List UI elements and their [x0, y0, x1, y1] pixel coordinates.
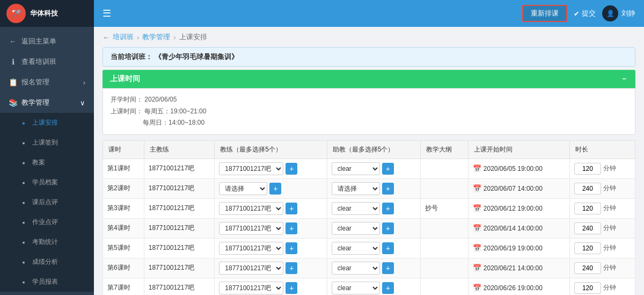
sidebar-item-label: 学员档案	[32, 178, 58, 187]
trainer-add-button[interactable]: +	[286, 203, 297, 214]
assistant-add-button[interactable]: +	[382, 163, 394, 175]
collapse-icon[interactable]: －	[620, 74, 628, 84]
sidebar-item-score[interactable]: ▪ 成绩分析	[0, 252, 94, 272]
assistant-add-button[interactable]: +	[382, 183, 394, 195]
submit-button[interactable]: ✔ 提交	[574, 9, 596, 18]
sidebar-item-teaching[interactable]: 📚 教学管理 ∨	[0, 92, 94, 113]
cell-trainer: 18771001217吧+	[215, 278, 327, 295]
col-duration: 时长	[569, 140, 635, 159]
trainer-add-button[interactable]: +	[286, 242, 297, 254]
calendar-icon[interactable]: 📅	[473, 284, 481, 292]
sidebar-item-schedule[interactable]: ▪ 上课安排	[0, 113, 94, 133]
cell-lesson: 第1课时	[103, 159, 144, 178]
duration-input[interactable]	[574, 203, 601, 214]
trainer-select[interactable]: 18771001217吧	[219, 262, 283, 275]
breadcrumb-training[interactable]: 培训班	[113, 32, 134, 42]
sidebar-menu: ← 返回主菜单 ℹ 查看培训班 📋 报名管理 › 📚 教学管理 ∨ ▪ 上课安排	[0, 27, 94, 295]
cell-duration: 分钟	[569, 198, 635, 218]
calendar-icon[interactable]: 📅	[473, 184, 481, 192]
user-name: 刘静	[621, 9, 635, 18]
start-time-value: 2020/06/07 14:00:00	[484, 185, 543, 192]
assistant-select[interactable]: clear	[332, 222, 380, 235]
assistant-add-button[interactable]: +	[382, 222, 394, 234]
duration-input[interactable]	[574, 183, 601, 195]
trainer-add-button[interactable]: +	[286, 163, 297, 175]
trainer-add-button[interactable]: +	[286, 222, 297, 234]
cell-start-time: 📅2020/06/05 19:00:00	[468, 159, 569, 178]
training-banner: 当前培训班： 《青少年羽毛球暑期集训》	[103, 47, 635, 67]
schedule-value2: 每周日：14:00~18:00	[143, 119, 204, 126]
menu-toggle-button[interactable]: ☰	[103, 8, 111, 19]
assistant-add-button[interactable]: +	[382, 203, 394, 214]
assistant-select[interactable]: 请选择	[332, 182, 380, 195]
calendar-icon[interactable]: 📅	[473, 224, 481, 232]
sidebar-item-lesson[interactable]: ▪ 教案	[0, 153, 94, 172]
lesson-icon: ▪	[19, 159, 28, 167]
cell-assistant: clear+	[327, 238, 420, 258]
duration-input[interactable]	[574, 262, 601, 274]
sidebar-item-report[interactable]: ▪ 学员报表	[0, 272, 94, 292]
section-title: 上课时间	[110, 74, 140, 84]
duration-unit: 分钟	[603, 263, 616, 272]
trainer-select[interactable]: 请选择	[219, 182, 267, 195]
topbar-right: 重新排课 ✔ 提交 👤 刘静	[522, 5, 635, 22]
table-row: 第4课时18771001217吧18771001217吧+clear+📅2020…	[103, 218, 635, 238]
breadcrumb: ← 培训班 › 教学管理 › 上课安排	[103, 32, 635, 42]
trainer-select[interactable]: 18771001217吧	[219, 202, 283, 215]
sidebar-item-label: 成绩分析	[32, 257, 58, 267]
breadcrumb-teaching[interactable]: 教学管理	[142, 32, 170, 42]
sidebar-item-student[interactable]: ▪ 学员档案	[0, 172, 94, 192]
sidebar-item-checkin[interactable]: ▪ 上课签到	[0, 133, 94, 153]
main-panel: ☰ 重新排课 ✔ 提交 👤 刘静 ← 培训班 › 教学管理 › 上课安排 当前培…	[94, 0, 644, 295]
trainer-add-button[interactable]: +	[286, 262, 297, 274]
cell-lesson: 第7课时	[103, 278, 144, 295]
duration-input[interactable]	[574, 282, 601, 294]
col-coach: 主教练	[144, 140, 215, 159]
sidebar-item-attendance[interactable]: ▪ 考勤统计	[0, 232, 94, 252]
topbar: ☰ 重新排课 ✔ 提交 👤 刘静	[94, 0, 644, 27]
time-info-box: 开学时间： 2020/06/05 上课时间： 每周五：19:00~21:00 每…	[103, 88, 635, 135]
calendar-icon[interactable]: 📅	[473, 264, 481, 272]
assistant-select[interactable]: clear	[332, 282, 380, 294]
sidebar-item-homework[interactable]: ▪ 作业点评	[0, 212, 94, 232]
assistant-add-button[interactable]: +	[382, 262, 394, 274]
col-lesson: 课时	[103, 140, 144, 159]
sidebar-item-review[interactable]: ▪ 课后点评	[0, 192, 94, 212]
cell-outline: 抄号	[421, 198, 469, 218]
calendar-icon[interactable]: 📅	[473, 164, 481, 172]
student-icon: ▪	[19, 178, 28, 187]
sidebar-item-message[interactable]: 💬 消息推送设置	[0, 292, 94, 295]
cell-coach: 18771001217吧	[144, 198, 215, 218]
trainer-add-button[interactable]: +	[286, 282, 297, 294]
cell-lesson: 第4课时	[103, 218, 144, 238]
schedule-row2: 每周日：14:00~18:00	[111, 117, 627, 129]
assistant-add-button[interactable]: +	[382, 242, 394, 254]
duration-unit: 分钟	[603, 184, 616, 193]
cell-outline	[421, 238, 469, 258]
schedule-value1: 每周五：19:00~21:00	[144, 107, 206, 115]
trainer-select[interactable]: 18771001217吧	[219, 242, 283, 255]
sidebar-item-view[interactable]: ℹ 查看培训班	[0, 52, 94, 72]
sidebar-item-home[interactable]: ← 返回主菜单	[0, 31, 94, 52]
rearrange-button[interactable]: 重新排课	[522, 5, 567, 22]
trainer-select[interactable]: 18771001217吧	[219, 222, 283, 235]
assistant-select[interactable]: clear	[332, 242, 380, 255]
assistant-select[interactable]: clear	[332, 262, 380, 275]
trainer-add-button[interactable]: +	[269, 183, 281, 195]
cell-duration: 分钟	[569, 159, 635, 178]
duration-input[interactable]	[574, 242, 601, 254]
duration-input[interactable]	[574, 163, 601, 175]
breadcrumb-current: 上课安排	[179, 32, 207, 42]
duration-input[interactable]	[574, 222, 601, 234]
cell-coach: 18771001217吧	[144, 238, 215, 258]
table-row: 第3课时18771001217吧18771001217吧+clear+抄号📅20…	[103, 198, 635, 218]
trainer-select[interactable]: 18771001217吧	[219, 162, 283, 175]
assistant-select[interactable]: clear	[332, 202, 380, 215]
calendar-icon[interactable]: 📅	[473, 204, 481, 212]
trainer-select[interactable]: 18771001217吧	[219, 282, 283, 294]
assistant-add-button[interactable]: +	[382, 282, 394, 294]
assistant-select[interactable]: clear	[332, 162, 380, 175]
calendar-icon[interactable]: 📅	[473, 244, 481, 252]
cell-outline	[421, 258, 469, 278]
sidebar-item-signup[interactable]: 📋 报名管理 ›	[0, 72, 94, 92]
